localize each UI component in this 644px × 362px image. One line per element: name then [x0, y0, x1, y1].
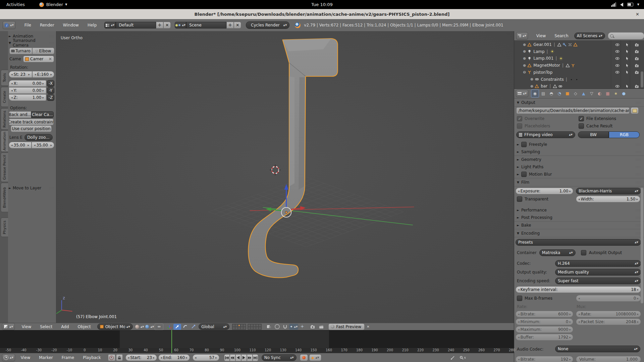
layer-cell[interactable] — [256, 324, 259, 327]
outliner-row-lamp[interactable]: ⊕Lamp| — [514, 48, 644, 55]
pixel-filter-select[interactable]: Blackman-Harris▲▼ — [576, 188, 641, 194]
layer-cell[interactable] — [259, 324, 261, 327]
scene-delete-button[interactable]: ✕ — [234, 22, 241, 28]
rotation-z-field[interactable]: ◂Z:1.00▸ — [9, 94, 46, 101]
create-track-constraint-button[interactable]: Create track constraint — [9, 119, 54, 125]
layer-cell[interactable] — [253, 327, 256, 329]
timeline-marker-menu[interactable]: Marker — [35, 355, 57, 360]
sync-mode-select[interactable]: No Sync▲▼ — [262, 354, 297, 361]
properties-editor-selector[interactable]: ▲▼ — [516, 90, 528, 97]
editor-type-selector[interactable]: i ▲▼ — [3, 21, 15, 29]
layer-cell[interactable] — [238, 327, 240, 329]
selectability-cursor-icon[interactable] — [625, 43, 629, 47]
layer-cell[interactable] — [238, 324, 240, 327]
opengl-render-icon[interactable] — [308, 324, 317, 330]
layer-cell[interactable] — [232, 327, 235, 329]
rate-maximum-field[interactable]: ◂Maximum:9000▸ — [516, 326, 573, 333]
viewport-select-menu[interactable]: Select — [36, 324, 57, 329]
checkbox[interactable] — [517, 123, 522, 129]
keyframe-interval-field[interactable]: ◂Keyframe interval:18▸ — [516, 286, 641, 293]
preview-clear-icon[interactable]: ✕ — [365, 324, 371, 330]
manipulator-scale-button[interactable] — [190, 324, 197, 330]
object-name-label[interactable]: Constraints — [541, 77, 564, 82]
panel-output-header[interactable]: ▼ Output :::: — [514, 99, 644, 107]
mux-rate-field[interactable]: ◂Rate:10080000▸ — [576, 311, 641, 317]
panel-turnaround-header[interactable]: ▼ Turnaround Camera:::: — [9, 40, 54, 46]
tool-shelf-tab-tools[interactable]: Tools — [1, 70, 8, 86]
manipulator-translate-button[interactable] — [173, 324, 181, 330]
lens-value-field-1[interactable]: ◂35.00▸ — [9, 142, 32, 148]
audio-bitrate-field[interactable]: ◂Bitrate:192▸ — [516, 356, 573, 362]
menu-window[interactable]: Window — [59, 23, 83, 27]
layer-cell[interactable] — [235, 324, 238, 327]
scene-name[interactable]: Scene — [186, 22, 226, 28]
outliner-search-input[interactable] — [608, 32, 644, 40]
snap-element-select[interactable]: ✦▲▼ — [289, 324, 298, 330]
tool-shelf-tab-relations[interactable]: Relations — [1, 108, 8, 130]
audio-volume-field[interactable]: Volume:1.000 — [576, 356, 641, 362]
record-button[interactable] — [300, 354, 308, 361]
rate-buffer-field[interactable]: ◂Buffer:1792▸ — [516, 334, 573, 341]
invert-x-button[interactable]: -X — [47, 80, 54, 87]
section-checkbox[interactable] — [521, 172, 527, 177]
screen-layout-name[interactable]: Default — [116, 22, 156, 28]
viewport-view-menu[interactable]: View — [17, 324, 36, 329]
renderability-camera-icon[interactable] — [635, 63, 639, 68]
panel-grip-icon[interactable]: :::: — [636, 165, 641, 169]
properties-tab-render-icon[interactable]: ◉ — [531, 89, 539, 98]
opengl-animation-icon[interactable] — [317, 324, 326, 330]
mux-packetsize-field[interactable]: ◂Packet Size:2048▸ — [576, 318, 641, 325]
panel-freestyle-header[interactable]: ► Freestyle :::: — [514, 141, 644, 148]
file-extensions-checkbox[interactable]: ✓File Extensions — [579, 116, 616, 121]
max-b-frames-field[interactable]: ◂0▸ — [576, 295, 641, 302]
window-close-button[interactable]: ✕ — [636, 12, 639, 17]
panel-move-to-layer-header[interactable]: ► Move to Layer:::: — [9, 185, 54, 191]
rotation-y-field[interactable]: ◂Y:0.00▸ — [9, 87, 46, 94]
layer-cell[interactable] — [240, 324, 243, 327]
panel-geometry-header[interactable]: ► Geometry :::: — [514, 156, 644, 164]
panel-grip-icon[interactable]: :::: — [636, 232, 641, 235]
file-browse-button[interactable] — [631, 107, 639, 114]
layer-cell[interactable] — [248, 327, 251, 329]
visibility-eye-icon[interactable] — [615, 70, 620, 74]
outliner-search-menu[interactable]: Search — [550, 34, 573, 38]
turnaround-camera-button[interactable]: Turnaro — [9, 48, 32, 54]
panel-encoding-header[interactable]: ▼ Encoding :::: — [514, 230, 644, 237]
rate-minimum-field[interactable]: ◂Minimum:0▸ — [516, 318, 573, 325]
properties-tab-particles-icon[interactable]: ∗ — [612, 90, 620, 97]
viewport-object-menu[interactable]: Object — [73, 324, 95, 329]
layout-delete-button[interactable]: ✕ — [163, 22, 171, 28]
object-name-label[interactable]: Lamp — [533, 49, 544, 54]
panel-grip-icon[interactable]: :::: — [636, 216, 641, 219]
time-indicator-icon[interactable] — [108, 354, 115, 361]
object-name-label[interactable]: Lamp.001 — [533, 56, 553, 61]
placeholders-checkbox[interactable]: Placeholders — [517, 123, 550, 129]
rate-bitrate-field[interactable]: ◂Bitrate:6000▸ — [516, 311, 573, 317]
keying-set-select[interactable]: ◆▲▼ — [309, 354, 321, 361]
color-mode-bw-button[interactable]: BW — [578, 131, 609, 138]
viewport-add-menu[interactable]: Add — [57, 324, 73, 329]
end-frame-field[interactable]: ◂End:160▸ — [158, 354, 190, 361]
scene-selector-icon[interactable]: ▲▼ — [175, 22, 186, 28]
layers-grid-1[interactable] — [232, 324, 246, 330]
layout-add-button[interactable]: ✛ — [156, 22, 163, 28]
visibility-eye-icon[interactable] — [615, 56, 620, 61]
outliner-scope-select[interactable]: All Scenes▲▼ — [574, 33, 605, 39]
renderability-camera-icon[interactable] — [635, 49, 639, 54]
section-checkbox[interactable] — [521, 142, 527, 147]
container-select[interactable]: Matroska▲▼ — [539, 249, 576, 256]
properties-tab-object-icon[interactable]: ■ — [564, 90, 571, 97]
tool-shelf-tab-blend4web[interactable]: Blend4Web — [1, 183, 8, 212]
object-name-label[interactable]: pistonTop — [533, 70, 552, 75]
lens-mode-select[interactable]: Dolly zoo... — [24, 134, 53, 141]
encoding-speed-select[interactable]: Super fast▲▼ — [555, 278, 641, 284]
layer-cell[interactable] — [243, 324, 246, 327]
audio-codec-select[interactable]: None▲▼ — [555, 346, 640, 352]
jump-to-start-button[interactable] — [224, 354, 230, 361]
visibility-eye-icon[interactable] — [615, 43, 620, 47]
rotation-x-field[interactable]: ◂X:0.00▸ — [9, 80, 46, 87]
insert-keyframe-icon[interactable] — [448, 355, 457, 361]
play-button[interactable] — [241, 354, 247, 361]
panel-grip-icon[interactable]: :::: — [636, 224, 641, 227]
battery-icon[interactable] — [627, 3, 633, 6]
